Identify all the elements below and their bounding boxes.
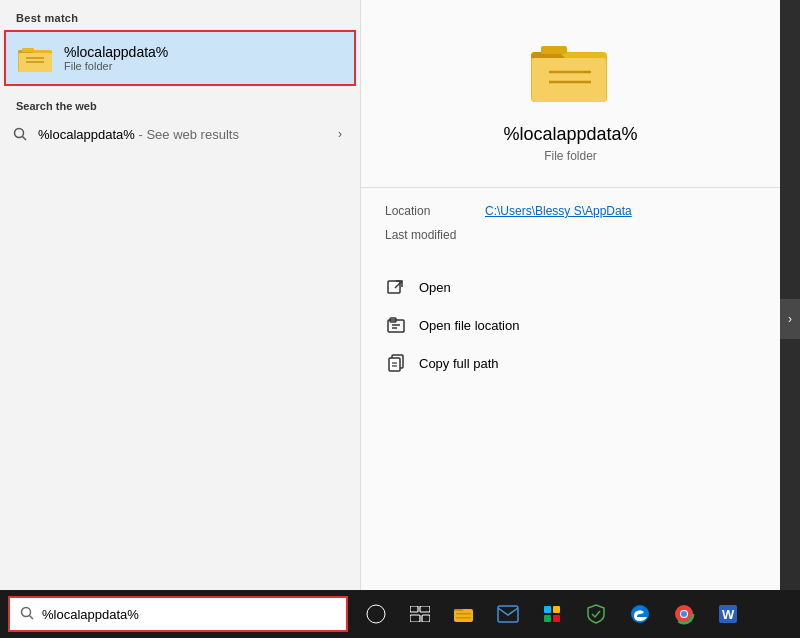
taskbar-search-icon: [20, 606, 34, 623]
right-title: %localappdata%: [503, 124, 637, 145]
action-open[interactable]: Open: [385, 268, 756, 306]
svg-rect-32: [456, 617, 471, 619]
taskbar-word[interactable]: W: [708, 594, 748, 634]
open-file-location-label: Open file location: [419, 318, 519, 333]
svg-rect-35: [553, 606, 560, 613]
chevron-right-icon: ›: [332, 126, 348, 142]
taskbar-icons: W: [356, 594, 748, 634]
svg-rect-36: [544, 615, 551, 622]
search-web-label: Search the web: [0, 86, 360, 118]
svg-line-7: [23, 137, 27, 141]
svg-line-14: [395, 281, 402, 288]
taskbar-file-explorer[interactable]: [444, 594, 484, 634]
taskbar-start-button[interactable]: [356, 594, 396, 634]
taskbar-search-input[interactable]: [42, 607, 336, 622]
folder-icon-large: [531, 30, 611, 110]
svg-rect-12: [541, 46, 567, 54]
taskbar-chrome[interactable]: [664, 594, 704, 634]
location-value[interactable]: C:\Users\Blessy S\AppData: [485, 204, 632, 218]
svg-rect-33: [498, 606, 518, 622]
svg-point-6: [15, 129, 24, 138]
svg-rect-28: [410, 615, 420, 622]
web-result-item[interactable]: %localappdata% - See web results ›: [0, 118, 360, 150]
svg-point-23: [22, 607, 31, 616]
copy-path-icon: [385, 352, 407, 374]
best-match-title: %localappdata%: [64, 44, 168, 60]
svg-rect-37: [553, 615, 560, 622]
search-icon: [12, 126, 28, 142]
taskbar-store[interactable]: [532, 594, 572, 634]
location-row: Location C:\Users\Blessy S\AppData: [385, 204, 756, 218]
web-result-text: %localappdata% - See web results: [38, 127, 332, 142]
right-subtitle: File folder: [544, 149, 597, 163]
svg-rect-27: [420, 606, 430, 612]
last-modified-label: Last modified: [385, 228, 485, 242]
svg-rect-26: [410, 606, 418, 612]
info-section: Location C:\Users\Blessy S\AppData Last …: [361, 204, 780, 252]
open-icon: [385, 276, 407, 298]
action-open-file-location[interactable]: Open file location: [385, 306, 756, 344]
best-match-label: Best match: [0, 0, 360, 30]
copy-full-path-label: Copy full path: [419, 356, 499, 371]
svg-text:W: W: [722, 607, 735, 622]
taskbar-mail[interactable]: [488, 594, 528, 634]
taskbar: W: [0, 590, 800, 638]
actions-section: Open Open file location: [361, 252, 780, 382]
web-suffix: - See web results: [135, 127, 239, 142]
svg-rect-9: [532, 58, 606, 102]
svg-point-25: [367, 605, 385, 623]
last-modified-row: Last modified: [385, 228, 756, 242]
folder-icon-best-match: [18, 40, 54, 76]
taskbar-edge[interactable]: [620, 594, 660, 634]
open-location-icon: [385, 314, 407, 336]
best-match-item[interactable]: %localappdata% File folder: [4, 30, 356, 86]
svg-line-24: [30, 615, 34, 619]
divider: [361, 187, 780, 188]
location-label: Location: [385, 204, 485, 218]
open-label: Open: [419, 280, 451, 295]
action-copy-full-path[interactable]: Copy full path: [385, 344, 756, 382]
taskbar-search-bar[interactable]: [8, 596, 348, 632]
svg-rect-31: [456, 613, 471, 615]
start-menu: Best match %localappdata% File fold: [0, 0, 780, 590]
web-query: %localappdata%: [38, 127, 135, 142]
taskbar-security[interactable]: [576, 594, 616, 634]
right-panel: %localappdata% File folder Location C:\U…: [360, 0, 780, 590]
svg-rect-29: [422, 615, 430, 622]
svg-rect-5: [22, 48, 34, 52]
taskbar-task-view[interactable]: [400, 594, 440, 634]
svg-rect-34: [544, 606, 551, 613]
svg-point-42: [681, 611, 687, 617]
left-panel: Best match %localappdata% File fold: [0, 0, 360, 590]
right-edge-arrow[interactable]: ›: [780, 299, 800, 339]
svg-rect-20: [389, 358, 400, 371]
svg-rect-13: [388, 281, 400, 293]
best-match-subtitle: File folder: [64, 60, 168, 72]
best-match-text: %localappdata% File folder: [64, 44, 168, 72]
